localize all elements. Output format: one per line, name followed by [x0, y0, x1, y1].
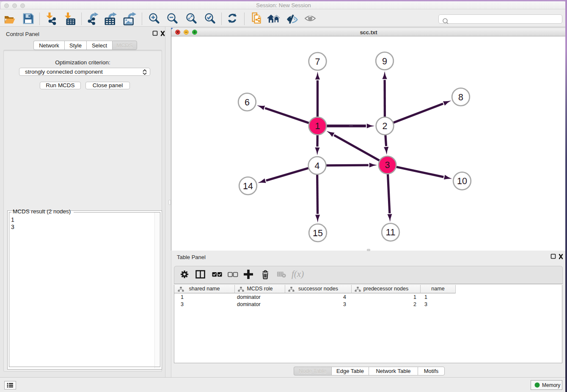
svg-text:10: 10 — [457, 176, 467, 186]
svg-text:3: 3 — [385, 160, 390, 170]
svg-text:1: 1 — [315, 121, 320, 131]
svg-text:7: 7 — [315, 57, 320, 67]
svg-text:6: 6 — [245, 97, 250, 108]
svg-text:11: 11 — [386, 227, 395, 237]
svg-text:9: 9 — [382, 56, 387, 66]
svg-text:4: 4 — [315, 161, 320, 171]
svg-text:14: 14 — [243, 181, 253, 191]
svg-text:15: 15 — [313, 228, 323, 238]
svg-text:8: 8 — [458, 92, 463, 102]
svg-text:2: 2 — [383, 121, 388, 131]
